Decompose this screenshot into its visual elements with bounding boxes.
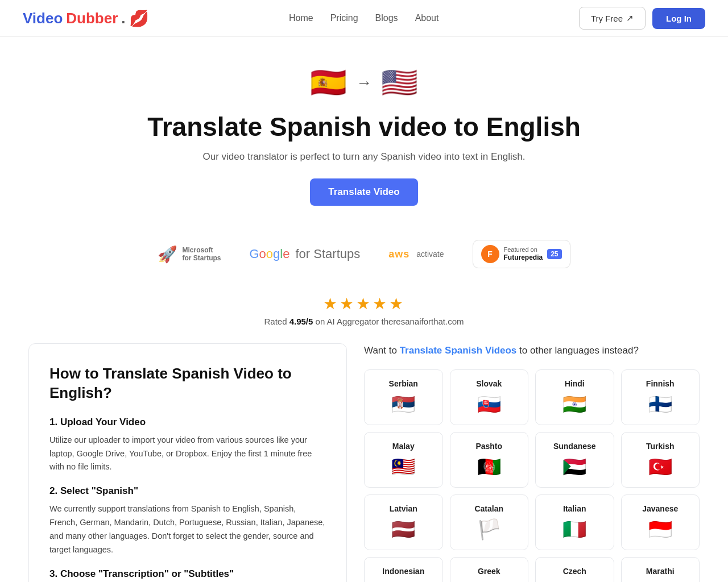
step-1-text: Utilize our uploader to import your vide… [49,434,326,475]
external-link-icon: ↗ [626,13,634,23]
logo-video: Video [23,10,63,27]
left-panel-title: How to Translate Spanish Video to Englis… [49,364,326,403]
lang-name: Hindi [543,379,607,388]
lang-flag-icon: 🇦🇫 [457,455,522,478]
microsoft-partner: 🚀 Microsoftfor Startups [158,245,221,264]
lang-flag-icon: 🇨🇿 [543,580,607,583]
logo[interactable]: VideoDubber. 💋 [23,9,149,28]
lang-flag-icon: 🇫🇮 [628,393,693,415]
rating-text: Rated 4.95/5 on AI Aggregator theresanai… [11,317,717,326]
microsoft-label: Microsoftfor Startups [182,246,221,263]
step-1-title: 1. Upload Your Video [49,417,326,428]
source-flag: 🇪🇸 [310,65,347,100]
lang-name: Greek [457,567,522,576]
lang-flag-icon: 🇮🇳 [543,393,607,415]
lang-name: Marathi [628,567,693,576]
lang-name: Finnish [628,379,693,388]
lang-card-turkish[interactable]: Turkish 🇹🇷 [621,432,700,488]
translate-video-button[interactable]: Translate Video [310,178,417,206]
star-rating: ★★★★★ [11,294,717,313]
lang-card-sundanese[interactable]: Sundanese 🇸🇩 [535,432,614,488]
nav-pricing[interactable]: Pricing [330,13,358,23]
lang-name: Indonesian [371,567,436,576]
lang-card-catalan[interactable]: Catalan 🏳️ [450,494,529,550]
hero-flags: 🇪🇸 → 🇺🇸 [11,65,717,100]
lang-name: Italian [543,504,607,513]
lang-card-pashto[interactable]: Pashto 🇦🇫 [450,432,529,488]
lang-name: Javanese [628,504,693,513]
aws-activate-label: activate [416,250,444,259]
nav-blogs[interactable]: Blogs [375,13,398,23]
hero-title: Translate Spanish video to English [11,111,717,142]
ratings-section: ★★★★★ Rated 4.95/5 on AI Aggregator ther… [0,285,728,343]
navbar: VideoDubber. 💋 Home Pricing Blogs About … [0,0,728,37]
navbar-actions: Try Free ↗ Log In [579,7,705,30]
left-panel: How to Translate Spanish Video to Englis… [28,343,347,582]
lang-name: Malay [371,442,436,451]
google-partner: Google for Startups [249,247,360,261]
google-logo: Google [249,247,289,261]
header-link[interactable]: Translate Spanish Videos [400,345,517,356]
lang-card-latvian[interactable]: Latvian 🇱🇻 [364,494,443,550]
lang-name: Turkish [628,442,693,451]
lang-card-italian[interactable]: Italian 🇮🇹 [535,494,614,550]
lang-flag-icon: 🇹🇷 [628,455,693,478]
lang-name: Slovak [457,379,522,388]
lang-card-greek[interactable]: Greek 🇬🇷 [450,557,529,583]
language-grid: Serbian 🇷🇸 Slovak 🇸🇰 Hindi 🇮🇳 Finnish 🇫🇮… [364,369,700,583]
lang-flag-icon: 🇮🇳 [628,580,693,583]
google-startups-label: for Startups [296,247,361,261]
aws-logo: aws [388,248,410,260]
lang-flag-icon: 🇮🇩 [371,580,436,583]
lang-card-javanese[interactable]: Javanese 🇮🇩 [621,494,700,550]
microsoft-rocket-icon: 🚀 [158,245,177,264]
lang-flag-icon: 🇮🇹 [543,518,607,541]
logo-dubber: Dubber [66,10,118,27]
try-free-button[interactable]: Try Free ↗ [579,7,646,30]
header-text-before: Want to [364,345,400,356]
lang-card-hindi[interactable]: Hindi 🇮🇳 [535,369,614,425]
try-free-label: Try Free [591,14,623,23]
lang-flag-icon: 🇸🇩 [543,455,607,478]
futurepedia-number: 25 [547,249,561,259]
nav-about[interactable]: About [415,13,439,23]
lang-card-malay[interactable]: Malay 🇲🇾 [364,432,443,488]
futurepedia-icon: F [481,245,499,263]
lang-name: Latvian [371,504,436,513]
lang-flag-icon: 🇮🇩 [628,518,693,541]
logo-lips-icon: 💋 [129,9,149,28]
hero-section: 🇪🇸 → 🇺🇸 Translate Spanish video to Engli… [0,37,728,223]
step-3-title: 3. Choose "Transcription" or "Subtitles" [49,568,326,580]
header-text-after: to other languages instead? [516,345,639,356]
aws-partner: aws activate [388,248,444,260]
lang-name: Sundanese [543,442,607,451]
login-button[interactable]: Log In [652,8,705,29]
lang-flag-icon: 🇬🇷 [457,580,522,583]
lang-flag-icon: 🇲🇾 [371,455,436,478]
lang-flag-icon: 🇷🇸 [371,393,436,415]
navbar-links: Home Pricing Blogs About [289,13,439,23]
hero-subtitle: Our video translator is perfect to turn … [11,151,717,163]
right-panel: Want to Translate Spanish Videos to othe… [364,343,700,582]
lang-name: Catalan [457,504,522,513]
lang-flag-icon: 🏳️ [457,518,522,541]
lang-flag-icon: 🇸🇰 [457,393,522,415]
lang-flag-icon: 🇱🇻 [371,518,436,541]
futurepedia-partner: F Featured on Futurepedia 25 [473,240,570,268]
main-content: How to Translate Spanish Video to Englis… [6,343,722,582]
lang-card-marathi[interactable]: Marathi 🇮🇳 [621,557,700,583]
lang-card-finnish[interactable]: Finnish 🇫🇮 [621,369,700,425]
partners-section: 🚀 Microsoftfor Startups Google for Start… [0,223,728,285]
lang-card-indonesian[interactable]: Indonesian 🇮🇩 [364,557,443,583]
rating-score: 4.95/5 [289,317,313,326]
nav-home[interactable]: Home [289,13,313,23]
lang-name: Czech [543,567,607,576]
lang-name: Pashto [457,442,522,451]
lang-card-serbian[interactable]: Serbian 🇷🇸 [364,369,443,425]
lang-card-slovak[interactable]: Slovak 🇸🇰 [450,369,529,425]
lang-card-czech[interactable]: Czech 🇨🇿 [535,557,614,583]
logo-dot: . [121,10,125,27]
step-2-title: 2. Select "Spanish" [49,485,326,497]
step-2-text: We currently support translations from S… [49,502,326,557]
lang-name: Serbian [371,379,436,388]
